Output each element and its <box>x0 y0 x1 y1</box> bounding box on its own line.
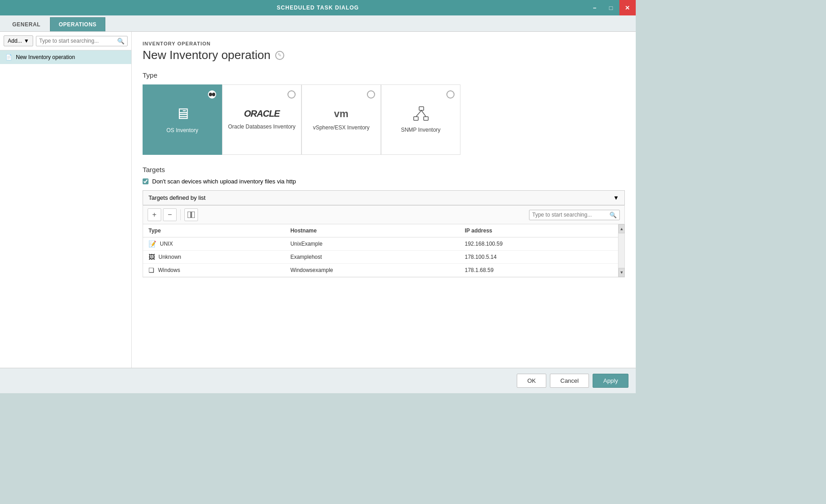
inventory-item-icon: 📄 <box>5 54 12 60</box>
tab-operations[interactable]: OPERATIONS <box>50 17 105 31</box>
svg-rect-1 <box>414 117 418 120</box>
vsphere-icon: vm <box>334 108 349 120</box>
dont-scan-checkbox[interactable] <box>143 178 148 184</box>
svg-line-4 <box>421 110 426 117</box>
table-toolbar: + − 🔍 <box>143 206 624 224</box>
maximize-button[interactable]: □ <box>603 0 619 15</box>
table-search-input[interactable] <box>532 212 609 218</box>
unknown-icon: 🖼 <box>148 253 155 261</box>
sidebar-item-new-inventory[interactable]: 📄 New Inventory operation <box>0 50 131 64</box>
windows-icon: ❏ <box>148 267 154 274</box>
table-row: 📝 UNIX UnixExample 192.168.100.59 <box>143 237 618 251</box>
table-search-box: 🔍 <box>529 210 620 220</box>
chevron-down-icon: ▼ <box>24 38 29 44</box>
radio-snmp <box>446 90 455 99</box>
section-label: INVENTORY OPERATION <box>143 41 625 46</box>
dont-scan-label: Don't scan devices which upload inventor… <box>152 178 296 185</box>
apply-button[interactable]: Apply <box>593 374 628 388</box>
search-icon: 🔍 <box>117 38 124 44</box>
radio-vsphere <box>367 90 375 99</box>
table-search-icon: 🔍 <box>609 212 617 218</box>
type-card-os[interactable]: 🖥 OS Inventory <box>143 84 222 155</box>
sidebar: Add... ▼ 🔍 📄 New Inventory operation <box>0 32 132 368</box>
os-inventory-label: OS Inventory <box>166 127 198 134</box>
ok-button[interactable]: OK <box>517 374 546 388</box>
col-type: Type <box>143 224 285 237</box>
add-dropdown-label: Add... <box>8 38 22 44</box>
oracle-icon: ORACLE <box>244 109 279 119</box>
toolbar-separator <box>180 209 181 220</box>
snmp-icon <box>413 106 429 122</box>
content-area: Add... ▼ 🔍 📄 New Inventory operation INV… <box>0 32 636 368</box>
targets-title: Targets <box>143 166 625 173</box>
columns-button[interactable] <box>184 208 198 221</box>
tab-general[interactable]: GENERAL <box>4 17 49 31</box>
tabs-bar: GENERAL OPERATIONS <box>0 15 636 32</box>
row1-hostname: UnixExample <box>285 237 459 251</box>
cancel-button[interactable]: Cancel <box>550 374 589 388</box>
unix-icon: 📝 <box>148 240 156 247</box>
scroll-down-button[interactable]: ▼ <box>618 268 625 277</box>
svg-line-3 <box>416 110 421 117</box>
main-window: GENERAL OPERATIONS Add... ▼ 🔍 📄 New Inve… <box>0 15 636 393</box>
radio-oracle <box>287 90 296 99</box>
row3-type-label: Windows <box>158 267 180 273</box>
row3-ip: 178.1.68.59 <box>460 264 618 277</box>
titlebar-controls: − □ ✕ <box>587 0 636 15</box>
titlebar: SCHEDULED TASK DIALOG − □ ✕ <box>0 0 636 15</box>
chevron-down-icon: ▼ <box>613 194 619 201</box>
row1-type-label: UNIX <box>160 241 173 247</box>
table-row: 🖼 Unknown Examplehost 178.100.5.14 <box>143 251 618 264</box>
row3-hostname: Windowsexample <box>285 264 459 277</box>
row2-type-label: Unknown <box>158 254 181 260</box>
operation-title-text: New Inventory operation <box>143 48 271 62</box>
col-ip: IP address <box>460 224 618 237</box>
operation-title-row: New Inventory operation ✎ <box>143 48 625 62</box>
type-label: Type <box>143 71 625 79</box>
svg-rect-6 <box>192 212 195 218</box>
os-inventory-icon: 🖥 <box>175 105 190 123</box>
type-card-vsphere[interactable]: vm vSphere/ESX Inventory <box>302 84 381 155</box>
row2-ip: 178.100.5.14 <box>460 251 618 264</box>
sidebar-toolbar: Add... ▼ 🔍 <box>0 32 131 50</box>
table-scroll-area: Type Hostname IP address 📝 <box>143 224 618 277</box>
scroll-up-button[interactable]: ▲ <box>618 224 625 233</box>
svg-rect-0 <box>419 107 424 110</box>
table-scrollbar[interactable]: ▲ ▼ <box>618 224 624 277</box>
add-row-button[interactable]: + <box>148 208 161 221</box>
targets-dropdown-label: Targets defined by list <box>148 194 206 201</box>
table-with-scroll: Type Hostname IP address 📝 <box>143 224 624 277</box>
row2-type: 🖼 Unknown <box>143 251 285 264</box>
remove-row-button[interactable]: − <box>163 208 177 221</box>
close-button[interactable]: ✕ <box>619 0 636 15</box>
radio-os <box>208 90 216 99</box>
edit-icon[interactable]: ✎ <box>275 51 284 60</box>
minimize-button[interactable]: − <box>587 0 603 15</box>
vsphere-inventory-label: vSphere/ESX Inventory <box>313 124 370 132</box>
checkbox-row: Don't scan devices which upload inventor… <box>143 178 625 185</box>
main-panel: INVENTORY OPERATION New Inventory operat… <box>132 32 636 368</box>
table-row: ❏ Windows Windowsexample 178.1.68.59 <box>143 264 618 277</box>
sidebar-item-label: New Inventory operation <box>16 54 75 60</box>
type-card-snmp[interactable]: SNMP Inventory <box>381 84 460 155</box>
col-hostname: Hostname <box>285 224 459 237</box>
add-dropdown[interactable]: Add... ▼ <box>4 35 33 46</box>
type-card-oracle[interactable]: ORACLE Oracle Databases Inventory <box>222 84 302 155</box>
svg-rect-2 <box>424 117 428 120</box>
snmp-inventory-label: SNMP Inventory <box>401 127 440 134</box>
targets-table: Type Hostname IP address 📝 <box>143 224 618 277</box>
row3-type: ❏ Windows <box>143 264 285 277</box>
footer: OK Cancel Apply <box>0 368 636 393</box>
row2-hostname: Examplehost <box>285 251 459 264</box>
row1-ip: 192.168.100.59 <box>460 237 618 251</box>
sidebar-search-box: 🔍 <box>36 36 128 46</box>
type-cards: 🖥 OS Inventory ORACLE Oracle Databases I… <box>143 84 625 155</box>
svg-rect-5 <box>188 212 191 218</box>
targets-table-container: + − 🔍 <box>143 205 625 277</box>
sidebar-search-input[interactable] <box>39 38 117 44</box>
titlebar-title: SCHEDULED TASK DIALOG <box>277 5 359 11</box>
oracle-inventory-label: Oracle Databases Inventory <box>228 124 296 131</box>
row1-type: 📝 UNIX <box>143 237 285 251</box>
targets-dropdown[interactable]: Targets defined by list ▼ <box>143 190 625 205</box>
